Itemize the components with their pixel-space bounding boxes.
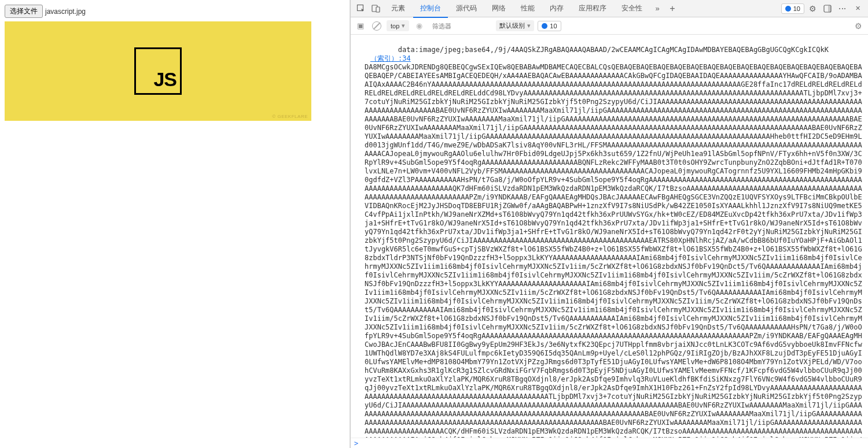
issues-counter[interactable]: 10	[538, 21, 561, 31]
device-toolbar-icon[interactable]	[369, 2, 383, 16]
tab-application[interactable]: 应用程序	[572, 0, 613, 17]
js-logo-box: JS	[134, 47, 182, 95]
file-input-row: 选择文件 javascript.jpg	[5, 5, 345, 18]
info-dot-icon	[785, 6, 791, 12]
toggle-sidebar-icon[interactable]	[354, 20, 367, 32]
tab-security[interactable]: 安全性	[615, 0, 649, 17]
tab-network[interactable]: 网络	[485, 0, 513, 17]
console-input-prompt[interactable]: >	[351, 438, 868, 448]
info-dot-icon	[542, 23, 547, 29]
log-text-body: DA8MCgsOCwkJDRENDg8QEBEQCgwSExIQEw8QEBAB…	[365, 63, 862, 438]
filter-input[interactable]	[429, 21, 492, 31]
devtools-tab-bar: 元素 控制台 源代码 网络 性能 内存 应用程序 安全性 10	[351, 0, 868, 17]
console-log-message: data:image/jpeg;base64,/9j/4AAQSkZJRgABA…	[365, 37, 865, 438]
live-expression-icon[interactable]	[413, 20, 425, 32]
log-text-head: data:image/jpeg;base64,/9j/4AAQSkZJRgABA…	[398, 46, 829, 54]
close-devtools-icon[interactable]	[851, 2, 865, 16]
uploaded-image-preview: JS © GEEKFLARE	[5, 21, 311, 121]
svg-rect-4	[828, 5, 831, 12]
add-tab-icon[interactable]	[665, 2, 679, 16]
console-output[interactable]: data:image/jpeg;base64,/9j/4AAQSkZJRgABA…	[351, 35, 868, 438]
tab-performance[interactable]: 性能	[514, 0, 542, 17]
prompt-caret-icon: >	[354, 439, 358, 447]
tab-sources[interactable]: 源代码	[449, 0, 484, 17]
image-watermark: © GEEKFLARE	[272, 114, 308, 119]
console-log-row: data:image/jpeg;base64,/9j/4AAQSkZJRgABA…	[365, 37, 865, 438]
settings-icon[interactable]	[806, 2, 819, 16]
clear-console-icon[interactable]	[370, 20, 383, 32]
js-logo-text: JS	[153, 68, 176, 91]
issues-count-value: 10	[550, 23, 557, 29]
console-settings-icon[interactable]	[852, 20, 865, 32]
inspect-element-icon[interactable]	[354, 2, 368, 16]
chosen-file-name: javascript.jpg	[45, 8, 86, 16]
log-level-label: 默认级别	[499, 21, 525, 30]
more-tabs-icon[interactable]	[650, 2, 664, 16]
tab-memory[interactable]: 内存	[543, 0, 571, 17]
devtools-panel: 元素 控制台 源代码 网络 性能 内存 应用程序 安全性 10 top 默认级别	[350, 0, 868, 448]
console-toolbar: top 默认级别 10	[351, 17, 868, 35]
log-level-selector[interactable]: 默认级别	[496, 20, 534, 31]
chevron-down-icon	[527, 22, 531, 29]
execution-context-selector[interactable]: top	[387, 20, 409, 31]
page-content: 选择文件 javascript.jpg JS © GEEKFLARE	[0, 0, 350, 448]
source-link[interactable]: （索引）:34	[370, 54, 411, 62]
choose-file-button[interactable]: 选择文件	[5, 5, 43, 18]
dock-side-icon[interactable]	[821, 2, 834, 16]
tab-elements[interactable]: 元素	[384, 0, 412, 17]
svg-rect-2	[376, 7, 380, 12]
tab-console[interactable]: 控制台	[413, 0, 448, 18]
chevron-down-icon	[402, 22, 405, 29]
issues-badge[interactable]: 10	[781, 3, 804, 14]
execution-context-label: top	[391, 23, 399, 29]
issues-count: 10	[793, 5, 800, 12]
more-options-icon[interactable]	[836, 2, 849, 16]
